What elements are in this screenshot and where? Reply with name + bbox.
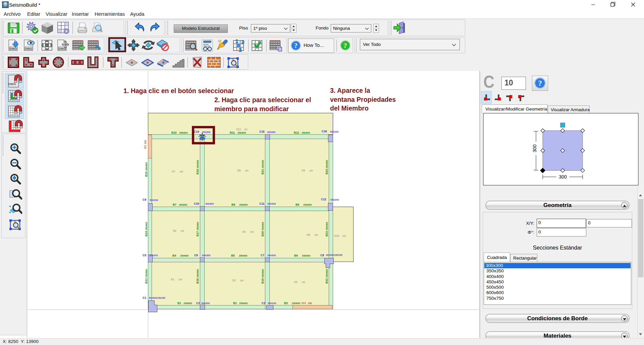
svg-text:250: 250 xyxy=(308,302,312,304)
svg-text:S10: S10 xyxy=(334,234,339,237)
svg-text:150: 150 xyxy=(314,234,318,236)
svg-text:S7: S7 xyxy=(172,170,175,173)
svg-text:250/600: 250/600 xyxy=(237,132,246,134)
svg-text:500/200: 500/200 xyxy=(149,254,158,257)
svg-text:150: 150 xyxy=(250,231,254,233)
svg-text:B7: B7 xyxy=(173,203,176,206)
svg-text:250/600: 250/600 xyxy=(239,255,247,257)
svg-text:B18 250/600: B18 250/600 xyxy=(196,160,199,174)
svg-text:C14: C14 xyxy=(194,130,199,133)
svg-text:300/300: 300/300 xyxy=(267,131,275,133)
svg-text:300/300: 300/300 xyxy=(202,254,210,257)
svg-text:B4: B4 xyxy=(172,254,176,257)
svg-text:C3: C3 xyxy=(262,301,265,305)
svg-text:300/300: 300/300 xyxy=(205,203,214,205)
svg-text:150: 150 xyxy=(240,279,244,282)
svg-text:C11: C11 xyxy=(259,202,264,205)
svg-text:150: 150 xyxy=(244,128,248,131)
svg-text:B22 250/600: B22 250/600 xyxy=(325,269,328,283)
svg-text:B14 250/600: B14 250/600 xyxy=(145,222,148,236)
svg-text:2: 2 xyxy=(239,47,241,52)
svg-text:150: 150 xyxy=(180,230,184,232)
svg-text:S6: S6 xyxy=(307,233,310,236)
svg-text:C16: C16 xyxy=(322,130,327,133)
svg-text:250/600: 250/600 xyxy=(302,132,310,134)
svg-text:150: 150 xyxy=(302,281,305,283)
svg-text:C6: C6 xyxy=(194,254,198,257)
svg-text:S11: S11 xyxy=(236,128,241,131)
svg-text:B2: B2 xyxy=(233,301,237,305)
svg-text:600/600/250/250: 600/600/250/250 xyxy=(326,254,342,256)
svg-text:300/300: 300/300 xyxy=(267,203,276,205)
svg-text:C1: C1 xyxy=(143,296,146,299)
svg-text:C9: C9 xyxy=(143,198,146,201)
svg-text:250/600: 250/600 xyxy=(239,302,248,304)
svg-text:C15: C15 xyxy=(259,130,265,133)
svg-text:B6: B6 xyxy=(294,254,298,257)
svg-text:C7: C7 xyxy=(261,254,264,257)
svg-text:B19 250/600: B19 250/600 xyxy=(261,269,264,283)
svg-text:300: 300 xyxy=(532,144,537,152)
svg-text:B23 250/600: B23 250/600 xyxy=(325,222,328,236)
svg-text:C2: C2 xyxy=(196,301,200,305)
svg-text:B10: B10 xyxy=(171,131,177,134)
svg-text:300: 300 xyxy=(559,174,567,180)
svg-text:150: 150 xyxy=(178,278,182,281)
svg-text:C5: C5 xyxy=(143,254,146,257)
svg-text:C8: C8 xyxy=(320,254,324,257)
svg-text:S1: S1 xyxy=(171,278,174,281)
svg-text:250/600: 250/600 xyxy=(303,204,312,206)
svg-text:300/300: 300/300 xyxy=(267,254,276,257)
svg-text:250/600: 250/600 xyxy=(179,204,187,206)
svg-text:1: 1 xyxy=(235,39,238,44)
svg-text:250/600: 250/600 xyxy=(179,132,187,134)
svg-text:B8: B8 xyxy=(231,203,235,206)
svg-text:150: 150 xyxy=(342,235,346,237)
svg-text:B12: B12 xyxy=(294,131,299,134)
svg-text:150: 150 xyxy=(309,169,313,172)
svg-text:S3: S3 xyxy=(294,280,298,284)
svg-text:S5: S5 xyxy=(242,230,246,233)
svg-text:B21 250/600: B21 250/600 xyxy=(261,160,264,174)
svg-text:250/600: 250/600 xyxy=(302,255,310,257)
svg-text:S2: S2 xyxy=(232,279,236,282)
svg-text:B24 250/600: B24 250/600 xyxy=(325,160,328,174)
svg-text:B17 250/600: B17 250/600 xyxy=(196,222,199,236)
svg-text:250/600: 250/600 xyxy=(239,204,248,206)
svg-text:150: 150 xyxy=(179,170,183,173)
svg-text:C12: C12 xyxy=(321,198,326,201)
svg-text:500/200: 500/200 xyxy=(150,199,158,201)
svg-text:250/600: 250/600 xyxy=(183,302,192,304)
svg-text:S9: S9 xyxy=(302,169,305,172)
svg-text:B3: B3 xyxy=(284,301,288,305)
svg-text:500/200: 500/200 xyxy=(330,199,339,201)
svg-text:W1 250: W1 250 xyxy=(144,140,147,149)
svg-text:?: ? xyxy=(343,42,347,49)
svg-text:500/300: 500/300 xyxy=(201,302,210,304)
svg-text:B15 250/600: B15 250/600 xyxy=(145,162,148,177)
svg-text:150: 150 xyxy=(245,169,249,172)
svg-text:B1: B1 xyxy=(177,301,181,305)
svg-text:S8: S8 xyxy=(237,169,241,172)
svg-text:B5: B5 xyxy=(231,254,235,257)
svg-text:250/600: 250/600 xyxy=(180,255,189,257)
svg-text:B11: B11 xyxy=(230,131,235,134)
svg-text:B9: B9 xyxy=(296,203,299,206)
svg-text:3: 3 xyxy=(241,39,244,45)
svg-text:250/600: 250/600 xyxy=(292,302,300,304)
svg-text:C10: C10 xyxy=(194,202,199,205)
svg-text:B16 250/600: B16 250/600 xyxy=(196,269,199,283)
svg-text:B20 250/600: B20 250/600 xyxy=(261,222,264,236)
svg-text:500/200: 500/200 xyxy=(268,302,276,304)
svg-text:300/300: 300/300 xyxy=(202,131,210,133)
svg-text:B13 250/600: B13 250/600 xyxy=(145,269,148,283)
svg-text:W4: W4 xyxy=(302,301,306,305)
svg-text:600/600/250/250: 600/600/250/250 xyxy=(149,297,165,299)
svg-text:500/200: 500/200 xyxy=(330,131,338,133)
svg-text:S4: S4 xyxy=(173,229,176,232)
